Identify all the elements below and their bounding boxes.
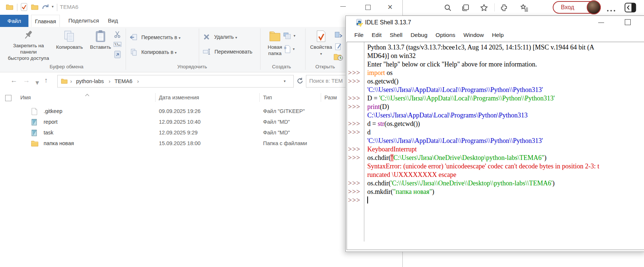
cut-button[interactable] — [114, 31, 121, 40]
file-row[interactable]: .gitkeep09.09.2025 19:26Файл "GITKEEP" — [0, 106, 402, 117]
more-dots-icon[interactable] — [606, 6, 616, 13]
menu-file[interactable]: File — [350, 31, 368, 41]
sidebar-toggle-icon[interactable] — [624, 3, 636, 14]
toolbar-separator — [494, 3, 495, 11]
tab-view[interactable]: Вид — [108, 17, 118, 24]
shell-lines: Python 3.13.7 (tags/v3.13.7:bcee1c3, Aug… — [347, 43, 644, 205]
file-name[interactable]: task — [44, 130, 54, 136]
sort-ascending-icon — [85, 92, 89, 97]
maximize-button[interactable] — [365, 5, 371, 10]
ribbon: Закрепить на панелибыстрого доступа Копи… — [0, 27, 402, 72]
avatar[interactable] — [587, 0, 601, 14]
shell-line: >>>os.chdir("C:\Users\Лиза\OneDrive\Desk… — [347, 154, 644, 162]
tab-file[interactable]: Файл — [0, 15, 28, 27]
window-title: ТЕМА6 — [60, 4, 78, 10]
redo-icon[interactable] — [41, 3, 50, 13]
shell-line: >>> — [347, 196, 644, 205]
menu-options[interactable]: Options — [432, 31, 459, 41]
breadcrumb[interactable]: › python-labs › ТЕМА6 › ▾ — [57, 75, 294, 88]
file-row[interactable]: task12.09.2025 9:29Файл "MD" — [0, 128, 402, 138]
close-button[interactable]: × — [388, 2, 392, 12]
quick-folder-icon[interactable] — [31, 4, 38, 12]
shell-prompt — [347, 43, 364, 52]
quick-check-icon[interactable] — [21, 3, 27, 13]
edit-icon[interactable] — [335, 42, 342, 52]
open-icon[interactable] — [334, 31, 343, 40]
shell-line: >>>KeyboardInterrupt — [347, 145, 644, 154]
group-organize-label: Упорядочить — [166, 64, 218, 69]
paste-button[interactable]: Вставить — [88, 30, 113, 50]
note-icon — [31, 119, 38, 126]
shell-line: >>>d = str(os.getcwd()) — [347, 120, 644, 128]
pin-to-quick-access-button[interactable]: Закрепить на панелибыстрого доступа — [7, 29, 50, 61]
back-icon[interactable]: ← — [10, 76, 17, 85]
chevron-icon: › — [70, 78, 72, 84]
menu-debug[interactable]: Debug — [406, 31, 432, 41]
column-name[interactable]: Имя — [20, 95, 31, 100]
crumb-python-labs[interactable]: python-labs — [76, 78, 104, 84]
refresh-icon[interactable] — [296, 77, 304, 86]
idle-minimize-button[interactable] — [598, 23, 604, 23]
properties-icon — [310, 30, 333, 44]
shell-line: Python 3.13.7 (tags/v3.13.7:bcee1c3, Aug… — [347, 43, 644, 52]
move-to-button[interactable]: Переместить в ▾ — [130, 34, 178, 42]
address-dropdown-icon[interactable]: ▾ — [284, 79, 286, 83]
column-divider[interactable] — [259, 93, 260, 102]
menu-window[interactable]: Window — [459, 31, 488, 41]
easy-access-icon[interactable]: ▾ — [283, 32, 295, 41]
collections-icon[interactable] — [461, 3, 470, 12]
file-row[interactable]: report12.09.2025 10:40Файл "MD" — [0, 117, 402, 128]
idle-menubar: File Edit Shell Debug Options Window Hel… — [350, 31, 508, 41]
tab-home[interactable]: Главная — [31, 15, 60, 27]
favorites-star-icon[interactable] — [480, 3, 488, 12]
file-row[interactable]: папка новая15.09.2025 18:00Папка с файла… — [0, 138, 402, 149]
extensions-icon[interactable] — [500, 3, 508, 12]
shell-prompt — [347, 171, 364, 179]
ribbon-separator — [260, 28, 260, 70]
file-name[interactable]: папка новая — [44, 140, 74, 146]
file-name[interactable]: report — [44, 119, 58, 125]
file-name[interactable]: .gitkeep — [44, 108, 62, 114]
delete-button[interactable]: Удалить ▾ — [203, 34, 235, 42]
copy-button[interactable]: Копировать — [52, 30, 86, 50]
shell-prompt: >>> — [347, 145, 364, 154]
new-item-icon[interactable]: ▾ — [284, 45, 294, 55]
up-icon[interactable]: ↑ — [44, 76, 48, 85]
shell-line: >>>print(D) — [347, 103, 644, 111]
copy-to-button[interactable]: Копировать в ▾ — [130, 48, 174, 57]
forward-icon[interactable]: → — [23, 76, 30, 85]
screen: Вход ▾ ТЕМА6 × — [0, 0, 644, 267]
qat-dropdown-icon[interactable]: ▾ — [52, 4, 54, 8]
menu-shell[interactable]: Shell — [386, 31, 406, 41]
group-open-label: Открыть — [310, 64, 340, 69]
crumb-tema6[interactable]: ТЕМА6 — [115, 78, 132, 84]
history-icon[interactable] — [334, 53, 343, 62]
copy-path-button[interactable]: \\… — [113, 42, 122, 48]
rename-button[interactable]: Переименовать — [203, 48, 250, 57]
column-divider[interactable] — [155, 93, 156, 102]
paste-shortcut-button[interactable] — [114, 50, 121, 60]
shell-prompt: >>> — [347, 188, 364, 196]
properties-button[interactable]: Свойства▾ — [310, 30, 333, 57]
select-all-checkbox[interactable] — [5, 95, 11, 101]
shell-prompt: >>> — [347, 77, 364, 86]
column-size[interactable]: Разм — [324, 95, 337, 100]
column-type[interactable]: Тип — [263, 95, 272, 100]
search-text: Поиск в: ТЕМ — [309, 78, 343, 84]
minimize-button[interactable] — [340, 6, 346, 7]
signin-label: Вход — [561, 4, 574, 11]
shell-prompt: >>> — [347, 154, 364, 162]
menu-help[interactable]: Help — [488, 31, 508, 41]
idle-maximize-button[interactable] — [625, 19, 631, 25]
tab-share[interactable]: Поделиться — [68, 17, 99, 24]
paste-icon — [88, 30, 113, 44]
search-icon[interactable] — [443, 3, 452, 12]
column-divider[interactable] — [321, 93, 321, 102]
ribbon-separator — [126, 28, 126, 70]
menu-edit[interactable]: Edit — [368, 31, 386, 41]
favorites-list-icon[interactable] — [520, 3, 529, 12]
shell-text-area[interactable]: Python 3.13.7 (tags/v3.13.7:bcee1c3, Aug… — [347, 42, 644, 250]
history-dropdown-icon[interactable]: ▾ — [35, 78, 39, 87]
group-create-label: Создать — [267, 64, 296, 69]
column-date[interactable]: Дата изменения — [159, 95, 199, 100]
